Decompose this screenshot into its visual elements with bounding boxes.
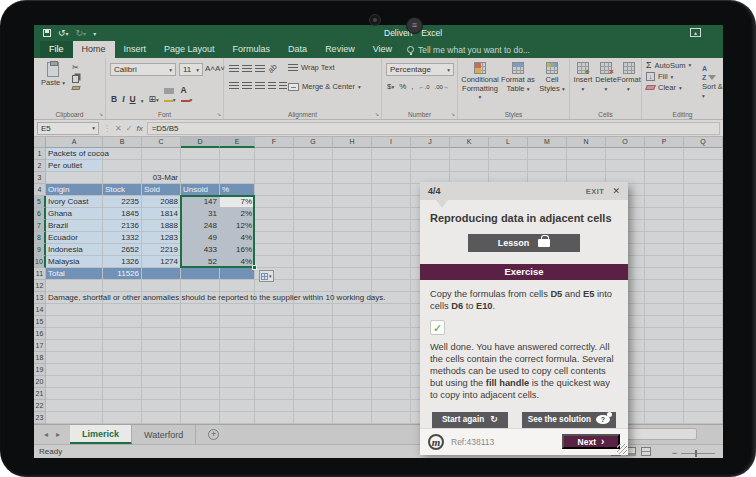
cell-P22[interactable] [645,400,684,412]
cell-C16[interactable] [142,328,181,340]
cell-D1[interactable] [181,148,220,160]
font-color-icon[interactable]: A▾ [181,87,193,104]
cell-B4[interactable]: Stock [103,184,142,196]
font-family-combo[interactable]: Calibri▾ [110,63,176,76]
tab-page-layout[interactable]: Page Layout [155,41,224,58]
cell-G11[interactable] [294,268,333,280]
cell-P12[interactable] [645,280,684,292]
cell-I17[interactable] [372,340,411,352]
cell-I23[interactable] [372,412,411,424]
column-header-F[interactable]: F [255,137,294,148]
cell-B15[interactable] [103,316,142,328]
cell-E18[interactable] [220,352,255,364]
select-all-corner[interactable] [34,137,46,148]
cell-A4[interactable]: Origin [46,184,103,196]
row-header-5[interactable]: 5 [34,196,46,208]
cell-Q1[interactable] [684,148,723,160]
cell-H18[interactable] [333,352,372,364]
cell-N1[interactable] [567,148,606,160]
cell-H12[interactable] [333,280,372,292]
cell-H7[interactable] [333,220,372,232]
column-header-H[interactable]: H [333,137,372,148]
align-center-icon[interactable] [242,82,252,90]
row-header-8[interactable]: 8 [34,232,46,244]
cell-P15[interactable] [645,316,684,328]
cell-C14[interactable] [142,304,181,316]
increase-decimal-icon[interactable]: ←.0 [419,84,430,90]
cell-H15[interactable] [333,316,372,328]
cell-F9[interactable] [255,244,294,256]
conditional-formatting-button[interactable]: Conditional Formatting ▾ [460,62,500,102]
column-header-A[interactable]: A [46,137,103,148]
tell-me-box[interactable]: Tell me what you want to do... [407,41,530,58]
cell-Q6[interactable] [684,208,723,220]
cell-P2[interactable] [645,160,684,172]
horizontal-scrollbar[interactable] [621,428,697,440]
cell-C17[interactable] [142,340,181,352]
cell-E9[interactable]: 16% [220,244,255,256]
sheet-tab-limerick[interactable]: Limerick [70,425,132,444]
cell-G1[interactable] [294,148,333,160]
number-format-combo[interactable]: Percentage▾ [386,63,454,76]
copy-icon[interactable] [72,75,79,83]
cell-H16[interactable] [333,328,372,340]
cell-F16[interactable] [255,328,294,340]
cell-G12[interactable] [294,280,333,292]
cell-B7[interactable]: 2136 [103,220,142,232]
close-icon[interactable]: ✕ [612,186,620,196]
cell-B17[interactable] [103,340,142,352]
cell-B6[interactable]: 1845 [103,208,142,220]
cell-A17[interactable] [46,340,103,352]
cell-Q18[interactable] [684,352,723,364]
cell-F10[interactable] [255,256,294,268]
cell-F20[interactable] [255,376,294,388]
cell-F14[interactable] [255,304,294,316]
cell-Q16[interactable] [684,328,723,340]
cut-icon[interactable]: ✂ [72,63,79,72]
cell-E6[interactable]: 2% [220,208,255,220]
cell-styles-button[interactable]: Cell Styles ▾ [536,62,568,93]
cell-E7[interactable]: 12% [220,220,255,232]
cell-G10[interactable] [294,256,333,268]
cell-I4[interactable] [372,184,411,196]
cell-A9[interactable]: Indonesia [46,244,103,256]
format-as-table-button[interactable]: Format as Table ▾ [500,62,536,93]
cell-A11[interactable]: Total [46,268,103,280]
align-top-icon[interactable] [229,65,239,73]
cell-E5[interactable]: 7% [220,196,255,208]
cell-H20[interactable] [333,376,372,388]
cell-A8[interactable]: Ecuador [46,232,103,244]
add-sheet-icon[interactable]: + [208,429,219,440]
cell-H22[interactable] [333,400,372,412]
redo-icon[interactable]: ↻▾ [76,29,87,38]
cell-D3[interactable] [181,172,220,184]
cell-F23[interactable] [255,412,294,424]
clipboard-dialog-launcher[interactable]: ↘ [99,111,103,117]
cell-Q17[interactable] [684,340,723,352]
cell-O1[interactable] [606,148,645,160]
row-header-20[interactable]: 20 [34,376,46,388]
cell-F21[interactable] [255,388,294,400]
see-solution-button[interactable]: See the solution? [522,412,616,428]
customize-qat-icon[interactable]: ▾ [93,30,96,37]
cell-E14[interactable] [220,304,255,316]
merge-center-button[interactable]: Merge & Center [302,82,355,91]
cell-B11[interactable]: 11526 [103,268,142,280]
cell-P5[interactable] [645,196,684,208]
orientation-icon[interactable]: ab [266,62,279,75]
cell-A13[interactable]: Damage, shortfall or other anomalies sho… [46,292,103,304]
cell-G8[interactable] [294,232,333,244]
cell-E17[interactable] [220,340,255,352]
cell-B9[interactable]: 2652 [103,244,142,256]
cell-I21[interactable] [372,388,411,400]
exit-button[interactable]: EXIT [586,187,605,196]
row-header-3[interactable]: 3 [34,172,46,184]
cell-B8[interactable]: 1332 [103,232,142,244]
sheet-prev-icon[interactable]: ◂ [44,430,48,439]
cell-P18[interactable] [645,352,684,364]
cell-C12[interactable] [142,280,181,292]
tab-view[interactable]: View [364,41,401,58]
tab-file[interactable]: File [40,41,73,58]
cell-F1[interactable] [255,148,294,160]
name-box[interactable]: E5▾ [37,122,99,135]
